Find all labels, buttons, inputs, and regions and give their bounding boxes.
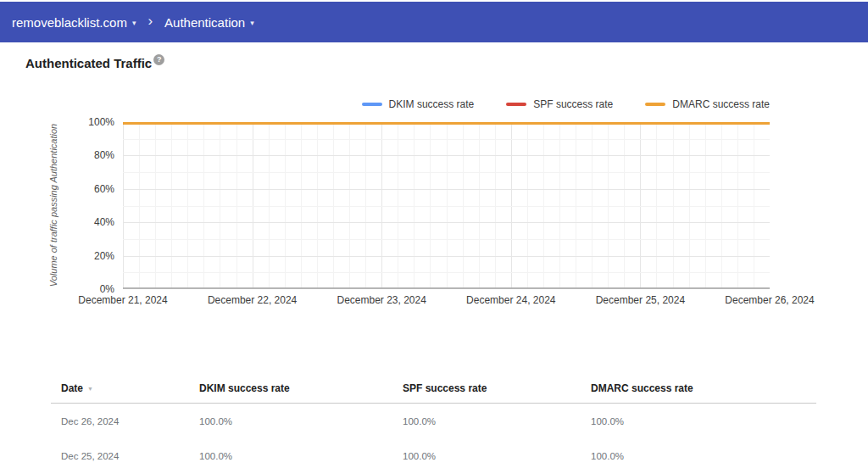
table-cell: 100.0% [199, 416, 403, 426]
legend-item-spf: SPF success rate [506, 98, 613, 110]
chart-legend: DKIM success rate SPF success rate DMARC… [362, 98, 770, 110]
page-title: Authenticated Traffic [25, 56, 152, 70]
y-tick-label: 0% [100, 283, 114, 295]
y-tick-label: 40% [94, 216, 114, 228]
help-icon[interactable]: ? [153, 54, 164, 65]
line-chart-plot [123, 122, 770, 289]
x-tick-label: December 21, 2024 [78, 294, 167, 306]
domain-dropdown-label: removeblacklist.com [12, 15, 127, 30]
top-navigation-bar: removeblacklist.com ▾ › Authentication ▾ [0, 2, 868, 42]
chevron-down-icon: ▾ [132, 18, 136, 27]
table-cell: 100.0% [591, 416, 816, 426]
x-axis-ticks: December 21, 2024December 22, 2024Decemb… [123, 294, 770, 308]
x-tick-label: December 23, 2024 [337, 294, 426, 306]
breadcrumb-chevron-icon: › [147, 13, 153, 30]
section-dropdown-label: Authentication [164, 15, 245, 30]
legend-label: DKIM success rate [389, 98, 475, 110]
spf-line-swatch [506, 103, 526, 106]
table-header-row: Date▼DKIM success rateSPF success rateDM… [51, 373, 816, 404]
authenticated-traffic-chart: Volume of traffic passing Authentication… [0, 122, 868, 317]
y-tick-label: 20% [94, 250, 114, 262]
legend-label: DMARC success rate [672, 98, 770, 110]
legend-label: SPF success rate [533, 98, 613, 110]
section-dropdown[interactable]: Authentication ▾ [164, 15, 254, 30]
postmaster-dashboard: removeblacklist.com ▾ › Authentication ▾… [0, 0, 868, 468]
legend-item-dkim: DKIM success rate [362, 98, 475, 110]
table-cell: 100.0% [403, 416, 591, 426]
table-cell: Dec 26, 2024 [61, 416, 199, 426]
table-header-dmarc-success-rate[interactable]: DMARC success rate [591, 382, 816, 394]
sort-desc-icon: ▼ [87, 386, 93, 392]
table-row: Dec 25, 2024100.0%100.0%100.0% [51, 438, 816, 468]
auth-rates-table: Date▼DKIM success rateSPF success rateDM… [51, 373, 816, 468]
x-tick-label: December 26, 2024 [725, 294, 814, 306]
y-tick-label: 60% [94, 183, 114, 195]
table-header-spf-success-rate[interactable]: SPF success rate [403, 382, 591, 394]
table-body: Dec 26, 2024100.0%100.0%100.0%Dec 25, 20… [51, 404, 816, 468]
dmarc-line-swatch [645, 103, 665, 106]
table-cell: Dec 25, 2024 [61, 451, 199, 461]
chevron-down-icon: ▾ [250, 18, 254, 27]
table-cell: 100.0% [403, 451, 591, 461]
table-header-dkim-success-rate[interactable]: DKIM success rate [199, 382, 403, 394]
y-tick-label: 80% [94, 149, 114, 161]
x-tick-label: December 25, 2024 [596, 294, 685, 306]
y-axis-ticks: 0%20%40%60%80%100% [0, 122, 114, 289]
y-tick-label: 100% [88, 116, 114, 128]
dkim-line-swatch [362, 103, 382, 106]
table-header-date[interactable]: Date▼ [61, 382, 199, 394]
table-cell: 100.0% [591, 451, 816, 461]
domain-dropdown[interactable]: removeblacklist.com ▾ [12, 15, 136, 30]
page-title-row: Authenticated Traffic ? [25, 56, 164, 70]
legend-item-dmarc: DMARC success rate [645, 98, 770, 110]
x-tick-label: December 24, 2024 [466, 294, 555, 306]
table-cell: 100.0% [199, 451, 403, 461]
x-tick-label: December 22, 2024 [208, 294, 297, 306]
table-row: Dec 26, 2024100.0%100.0%100.0% [51, 404, 816, 438]
